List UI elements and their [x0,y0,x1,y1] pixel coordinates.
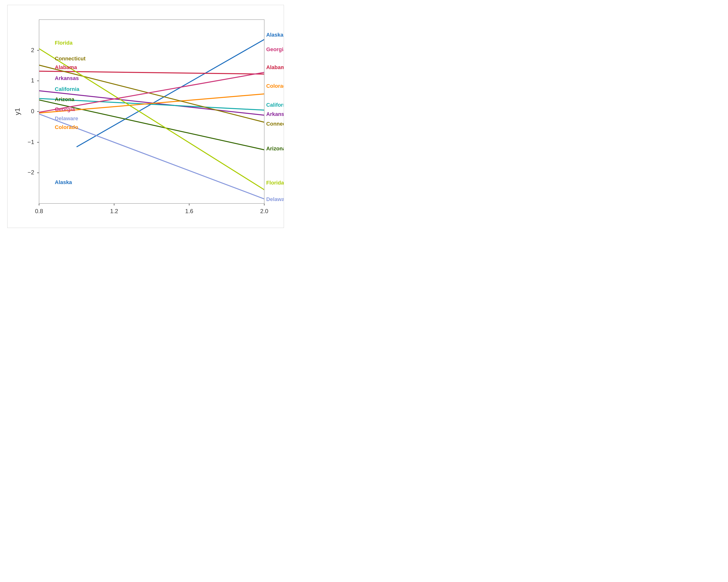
y-tick-0: 0 [31,108,34,114]
y-tick-neg2: −2 [28,169,34,175]
alabama-label-left: Alabama [55,64,77,70]
alaska-label-left: Alaska [55,179,72,185]
alaska-label-right: Alaska [266,32,284,38]
chart-svg: 0.8 1.2 1.6 2.0 2 1 0 −1 −2 y1 Florida C… [7,5,284,228]
florida-label-right: Florida [266,180,284,186]
connecticut-label-left: Connecticut [55,56,86,62]
arizona-label-right: Arizona [266,145,284,151]
alabama-label-right: Alabama [266,64,284,70]
delaware-label-right: Delaware [266,196,284,202]
x-tick-16: 1.6 [185,208,193,214]
california-label-right: California [266,102,284,108]
georgia-label-left: Georgia [55,106,75,112]
colorado-label-right: Colorado [266,83,284,89]
arkansas-label-right: Arkansas [266,111,284,117]
delaware-label-left: Delaware [55,115,78,121]
x-tick-12: 1.2 [110,208,118,214]
florida-label-left: Florida [55,40,73,46]
arizona-label-left: Arizona [55,96,75,102]
y-tick-2: 2 [31,47,34,53]
connecticut-label-right: Connecticut [266,121,284,127]
arkansas-label-left: Arkansas [55,75,79,81]
y-axis-label: y1 [14,108,21,115]
chart-container: 0.8 1.2 1.6 2.0 2 1 0 −1 −2 y1 Florida C… [7,5,284,228]
california-label-left: California [55,86,80,92]
x-tick-08: 0.8 [35,208,43,214]
colorado-label-left: Colorado [55,124,78,130]
x-tick-20: 2.0 [260,208,268,214]
y-tick-neg1: −1 [28,139,34,145]
y-tick-1: 1 [31,77,34,84]
georgia-label-right: Georgia [266,46,284,52]
